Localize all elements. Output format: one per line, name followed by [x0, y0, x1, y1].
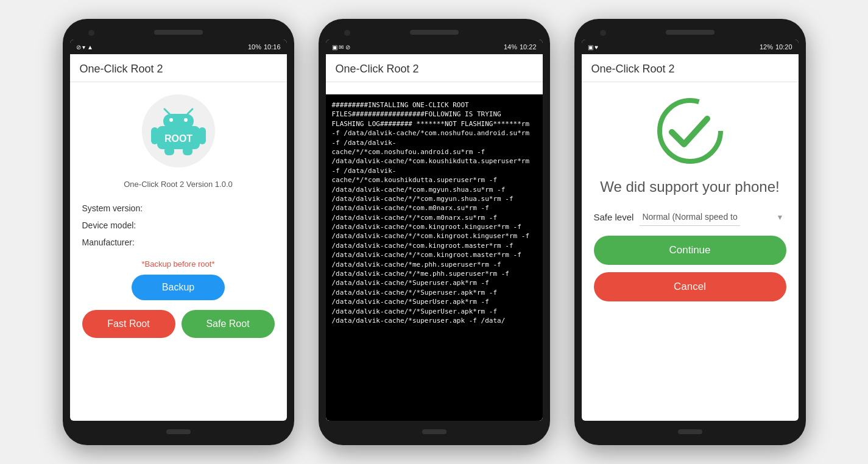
- phone-2-content: #########INSTALLING ONE-CLICK ROOT FILES…: [326, 82, 543, 421]
- phone-2-bottom-bar: [326, 426, 543, 438]
- phone-1-device-model: Device model:: [82, 217, 275, 234]
- phone-3-app-bar: One-Click Root 2: [582, 54, 799, 82]
- phone-2-status-icons: ▣ ✉ ⊘: [332, 44, 351, 51]
- phone-2-status-left: ▣ ✉ ⊘: [332, 44, 351, 51]
- svg-point-3: [184, 118, 188, 122]
- phone-2-status-bar: ▣ ✉ ⊘ 14% 10:22: [326, 40, 543, 54]
- phone-1-home-btn: [166, 429, 191, 434]
- phone-3: ▣ ♥ 12% 10:20 One-Click Root 2: [574, 19, 806, 445]
- backup-button[interactable]: Backup: [132, 275, 225, 300]
- checkmark-svg: [654, 94, 727, 167]
- phone-1-status-icons: ⊘ ▾ ▲: [76, 44, 93, 51]
- phone-1-system-version: System version:: [82, 200, 275, 217]
- svg-line-4: [164, 109, 169, 114]
- phone-1-status-right: 10% 10:16: [248, 43, 281, 51]
- phone-3-camera: [600, 30, 606, 36]
- svg-line-5: [188, 109, 192, 114]
- phone-1-screen: ⊘ ▾ ▲ 10% 10:16 One-Click Root 2: [70, 40, 287, 421]
- phone-1-app-title: One-Click Root 2: [80, 63, 163, 75]
- phone-2: ▣ ✉ ⊘ 14% 10:22 One-Click Root 2 #######…: [319, 19, 550, 445]
- phone-3-top-bar: [582, 26, 799, 40]
- phone-2-top-bar: [326, 26, 543, 40]
- phone-1-version: One-Click Root 2 Version 1.0.0: [124, 180, 232, 189]
- svg-rect-9: [183, 147, 192, 155]
- phone-1-app-bar: One-Click Root 2: [70, 54, 287, 82]
- android-robot-svg: ROOT: [151, 107, 206, 155]
- phone-2-screen: ▣ ✉ ⊘ 14% 10:22 One-Click Root 2 #######…: [326, 40, 543, 421]
- phone-3-content: We did support your phone! Safe level No…: [582, 82, 799, 421]
- cancel-button[interactable]: Cancel: [594, 272, 786, 301]
- svg-rect-6: [151, 127, 158, 144]
- phone-3-home-btn: [678, 429, 702, 434]
- phone-3-time: 10:20: [775, 43, 792, 51]
- svg-text:ROOT: ROOT: [164, 133, 192, 144]
- phone-1-btn-row: Fast Root Safe Root: [82, 310, 275, 338]
- phone-3-screen: ▣ ♥ 12% 10:20 One-Click Root 2: [582, 40, 799, 421]
- phone-1-content: ROOT One-Click Root 2 Version 1.0.0 Syst…: [70, 82, 287, 421]
- phone-1-top-bar: [70, 26, 287, 40]
- log-area: #########INSTALLING ONE-CLICK ROOT FILES…: [326, 94, 543, 421]
- continue-button[interactable]: Continue: [594, 236, 786, 265]
- phone-1: ⊘ ▾ ▲ 10% 10:16 One-Click Root 2: [63, 19, 294, 445]
- fast-root-button[interactable]: Fast Root: [82, 310, 175, 338]
- safe-root-button[interactable]: Safe Root: [182, 310, 275, 338]
- phone-2-time: 10:22: [520, 43, 537, 51]
- phone-1-manufacturer: Manufacturer:: [82, 234, 275, 251]
- phone-2-speaker: [410, 30, 459, 35]
- phone-2-home-btn: [422, 429, 446, 434]
- safe-level-select-wrapper[interactable]: Normal (Normal speed to ▼: [640, 208, 786, 226]
- svg-point-11: [660, 100, 721, 161]
- phone-2-app-title: One-Click Root 2: [336, 63, 419, 75]
- phone-3-status-right: 12% 10:20: [760, 43, 792, 51]
- phone-3-status-left: ▣ ♥: [588, 44, 599, 51]
- svg-point-2: [169, 118, 173, 122]
- phone-3-battery: 12%: [760, 43, 773, 51]
- android-logo: ROOT: [142, 94, 215, 167]
- phone-2-camera: [344, 30, 350, 36]
- phone-3-status-bar: ▣ ♥ 12% 10:20: [582, 40, 799, 54]
- safe-level-row: Safe level Normal (Normal speed to ▼: [594, 208, 786, 226]
- phone-2-app-bar: One-Click Root 2: [326, 54, 543, 82]
- phone-2-status-right: 14% 10:22: [504, 43, 537, 51]
- phone-1-camera: [88, 30, 94, 36]
- phone-1-backup-warning: *Backup before root*: [142, 259, 215, 269]
- phone-3-app-title: One-Click Root 2: [591, 63, 675, 75]
- phone-1-time: 10:16: [264, 43, 281, 51]
- safe-level-label: Safe level: [594, 212, 634, 222]
- safe-level-select[interactable]: Normal (Normal speed to: [640, 208, 740, 226]
- chevron-down-icon: ▼: [777, 213, 784, 222]
- phone-3-speaker: [666, 30, 715, 35]
- phone-2-battery: 14%: [504, 43, 517, 51]
- svg-rect-8: [164, 147, 174, 155]
- phone-1-battery: 10%: [248, 43, 261, 51]
- svg-rect-7: [199, 127, 206, 144]
- phone-1-speaker: [154, 30, 203, 35]
- success-message: We did support your phone!: [600, 177, 779, 196]
- phone-3-status-icons: ▣ ♥: [588, 44, 599, 51]
- svg-rect-1: [163, 114, 194, 128]
- phone-1-bottom-bar: [70, 426, 287, 438]
- phone-1-status-bar: ⊘ ▾ ▲ 10% 10:16: [70, 40, 287, 54]
- phone-3-bottom-bar: [582, 426, 799, 438]
- phones-container: ⊘ ▾ ▲ 10% 10:16 One-Click Root 2: [44, 1, 824, 463]
- phone-1-status-left: ⊘ ▾ ▲: [76, 44, 93, 51]
- success-icon: [654, 94, 727, 167]
